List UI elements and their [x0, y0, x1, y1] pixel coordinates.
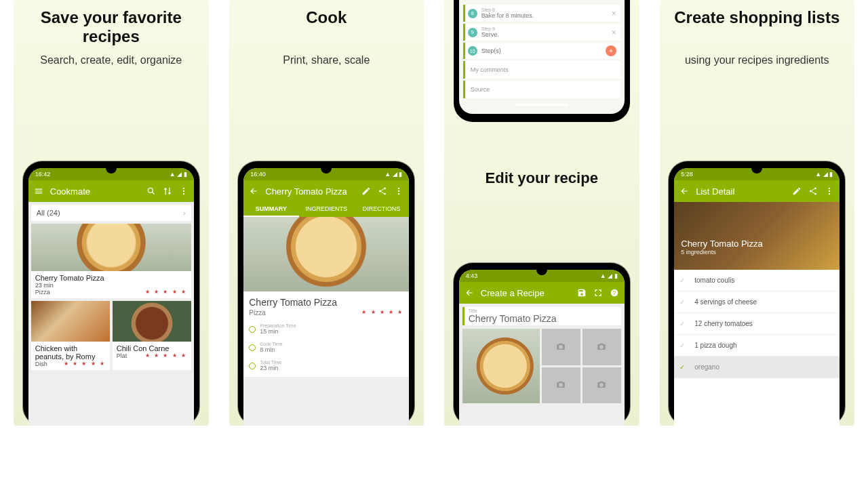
recipe-card[interactable]: Cherry Tomato Pizza 23 min Pizza ★ ★ ★ ★… — [31, 224, 191, 298]
edit-icon[interactable] — [361, 186, 371, 196]
search-icon[interactable] — [146, 186, 156, 196]
ingredient-row[interactable]: ✓1 pizza dough — [674, 335, 840, 357]
sort-icon[interactable] — [163, 186, 172, 196]
delete-step-icon[interactable]: × — [612, 28, 616, 37]
back-icon[interactable] — [679, 186, 689, 196]
phone-frame-top: 8 Step 8 Bake for 8 minutes. × 9 Step 9 … — [454, 0, 630, 122]
total-time-row: Total Time 23 min — [249, 360, 403, 371]
add-image-placeholder[interactable] — [583, 329, 621, 365]
ingredient-row-selected[interactable]: ✓oregano — [674, 357, 840, 378]
filter-label: All (24) — [37, 209, 60, 217]
comments-field[interactable]: My comments — [463, 61, 620, 79]
promo-panel-edit: 8 Step 8 Bake for 8 minutes. × 9 Step 9 … — [444, 0, 639, 426]
time-dot-icon — [249, 326, 256, 333]
back-icon[interactable] — [465, 288, 474, 298]
more-icon[interactable] — [825, 186, 834, 196]
more-icon[interactable] — [179, 186, 189, 196]
recipe-hero-image — [243, 217, 409, 291]
add-image-placeholder[interactable] — [583, 367, 621, 404]
svg-point-16 — [829, 190, 830, 192]
share-icon[interactable] — [378, 186, 387, 196]
ingredient-row[interactable]: ✓4 servings of cheese — [674, 291, 840, 313]
svg-point-7 — [398, 188, 399, 189]
back-icon[interactable] — [249, 186, 258, 196]
time-label: Preparation Time — [260, 323, 296, 328]
panel-subtitle: Search, create, edit, organize — [14, 54, 209, 66]
title-input[interactable]: Title Cherry Tomato Pizza — [462, 307, 621, 325]
app-bar: Cookmate — [28, 180, 194, 202]
status-time: 16:42 — [35, 171, 51, 178]
app-title: List Detail — [696, 186, 785, 197]
tab-summary[interactable]: SUMMARY — [243, 202, 298, 217]
tab-directions[interactable]: DIRECTIONS — [354, 202, 409, 217]
svg-point-15 — [829, 188, 830, 189]
help-icon[interactable]: ? — [610, 288, 619, 298]
source-field[interactable]: Source — [463, 81, 620, 98]
recipe-image — [31, 224, 191, 271]
recipe-title: Chili Con Carne — [117, 344, 187, 352]
promo-panel-cook: Cook Print, share, scale 16:40 ▲ ◢ ▮ Che… — [229, 0, 425, 426]
step-number: 10 — [468, 46, 477, 56]
tab-bar: SUMMARY INGREDIENTS DIRECTIONS — [243, 202, 409, 217]
recipe-image — [31, 301, 110, 342]
check-icon: ✓ — [679, 277, 685, 284]
menu-icon[interactable] — [34, 186, 43, 196]
ingredient-row[interactable]: ✓tomato coulis — [674, 270, 840, 291]
add-icon[interactable]: ＋ — [606, 45, 616, 56]
time-dot-icon — [249, 363, 256, 369]
svg-point-17 — [829, 193, 830, 195]
svg-point-0 — [148, 188, 153, 192]
save-icon[interactable] — [577, 288, 587, 298]
recipe-title: Chicken with peanuts, by Romy — [35, 344, 106, 361]
app-bar: List Detail — [674, 180, 840, 202]
tab-ingredients[interactable]: INGREDIENTS — [299, 202, 354, 217]
step-text: Serve. — [481, 31, 499, 38]
panel-subtitle: Print, share, scale — [229, 54, 425, 66]
ingredient-text: 12 cherry tomatoes — [694, 320, 753, 327]
panel-title: Create shopping lists — [660, 8, 855, 27]
panel-title: Save your favorite recipes — [14, 8, 209, 45]
rating-stars: ★ ★ ★ ★ ★ — [145, 352, 187, 359]
check-icon: ✓ — [679, 298, 685, 306]
step-number: 8 — [468, 9, 477, 18]
delete-step-icon[interactable]: × — [612, 9, 616, 18]
category-filter[interactable]: All (24) › — [31, 205, 191, 221]
edit-icon[interactable] — [792, 186, 802, 196]
ingredient-text: 1 pizza dough — [694, 342, 736, 349]
app-bar: Cherry Tomato Pizza — [243, 180, 409, 202]
step-row[interactable]: 8 Step 8 Bake for 8 minutes. × — [463, 5, 620, 22]
ingredient-row[interactable]: ✓12 cherry tomatoes — [674, 313, 840, 335]
input-value: Cherry Tomato Pizza — [469, 313, 617, 324]
step-number: 9 — [468, 28, 477, 37]
more-icon[interactable] — [394, 186, 403, 196]
add-image-placeholder[interactable] — [542, 329, 580, 365]
main-image[interactable] — [462, 329, 540, 403]
time-label: Cook Time — [260, 342, 282, 346]
share-icon[interactable] — [808, 186, 818, 196]
promo-panel-shopping: Create shopping lists using your recipes… — [660, 0, 855, 426]
app-title: Create a Recipe — [481, 288, 570, 298]
step-text: Bake for 8 minutes. — [481, 12, 534, 19]
add-step-label: Step(s) — [481, 47, 501, 54]
step-label: Step 9 — [481, 26, 499, 31]
add-image-placeholder[interactable] — [542, 367, 580, 404]
status-icons: ▲ ◢ ▮ — [815, 171, 833, 178]
recipe-card[interactable]: Chicken with peanuts, by Romy Dish ★ ★ ★… — [31, 301, 110, 370]
chevron-right-icon: › — [183, 209, 186, 217]
recipe-category: Pizza — [35, 289, 50, 296]
step-row[interactable]: 9 Step 9 Serve. × — [463, 24, 620, 41]
rating-stars: ★ ★ ★ ★ ★ — [64, 361, 106, 367]
add-step-row[interactable]: 10 Step(s) ＋ — [463, 43, 620, 59]
ingredient-text: tomato coulis — [694, 277, 734, 284]
recipe-category: Dish — [35, 361, 47, 367]
cook-time-row: Cook Time 8 min — [249, 342, 403, 353]
recipe-category: Plat — [117, 352, 127, 359]
input-label: Title — [469, 308, 617, 313]
svg-point-3 — [183, 193, 184, 195]
recipe-card[interactable]: Chili Con Carne Plat ★ ★ ★ ★ ★ — [113, 301, 191, 370]
expand-icon[interactable] — [593, 288, 603, 298]
svg-point-8 — [398, 190, 399, 192]
status-time: 5:28 — [681, 171, 693, 178]
list-hero: Cherry Tomato Pizza 5 ingredients — [674, 202, 840, 270]
svg-text:?: ? — [612, 290, 616, 296]
